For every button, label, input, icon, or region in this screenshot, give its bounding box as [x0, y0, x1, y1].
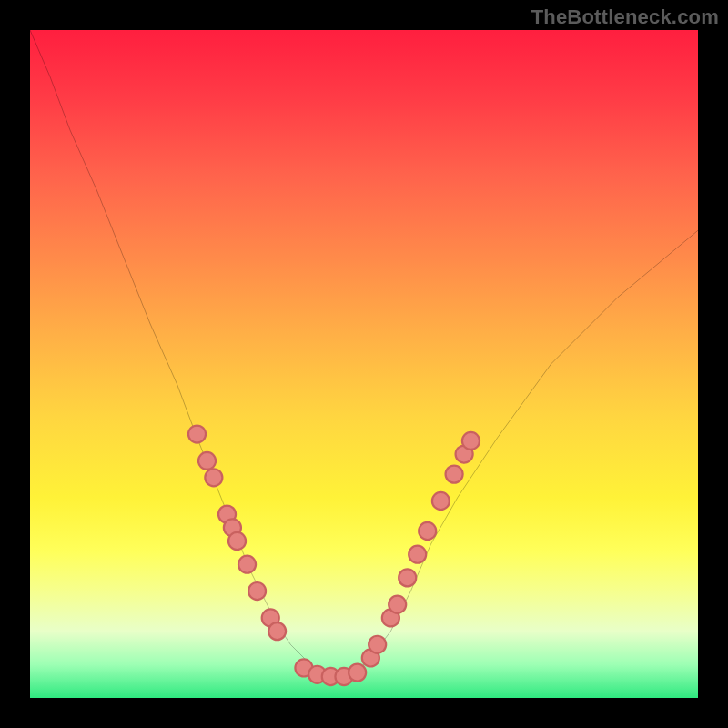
bead [432, 492, 450, 510]
bead [228, 532, 246, 550]
bead [248, 582, 266, 600]
bead [446, 466, 463, 483]
bead [409, 546, 426, 563]
bead-group [188, 426, 480, 686]
chart-frame: TheBottleneck.com [0, 0, 728, 728]
bead [188, 426, 206, 443]
plot-area [30, 30, 698, 698]
bead [198, 452, 216, 470]
bead [369, 636, 386, 653]
bottleneck-curve [30, 30, 698, 678]
bead [399, 569, 416, 586]
watermark-text: TheBottleneck.com [531, 5, 719, 29]
curve-svg [30, 30, 698, 698]
bead [205, 469, 222, 486]
bead [419, 522, 436, 540]
bead [462, 432, 480, 450]
bead [389, 596, 406, 613]
bead [349, 664, 366, 682]
bead [238, 556, 256, 573]
bead [268, 622, 286, 640]
